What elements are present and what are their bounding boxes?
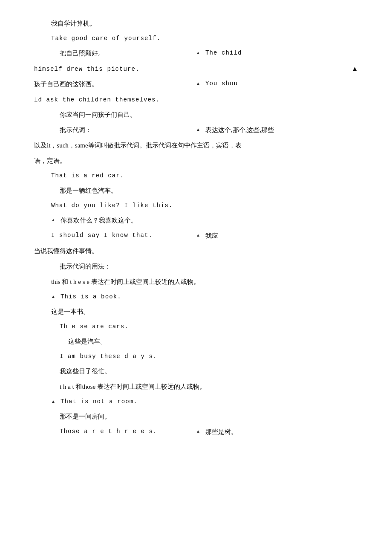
right-col: ▲ The child: [196, 47, 358, 59]
text-line: 当说我懂得这件事情。: [34, 248, 98, 254]
arrow-icon: ▲: [196, 49, 200, 57]
line-18: this 和 t h e s e 表达在时间上或空间上较近的人或物。: [34, 275, 358, 288]
line-5: 孩子自己画的这张画。 ▲ You shou: [34, 78, 358, 90]
text-line: 那不是一间房间。: [34, 410, 358, 423]
line-23: I am busy these d a y s.: [34, 350, 358, 362]
text-line: I am busy these d a y s.: [34, 350, 358, 362]
line-10: 语，定语。: [34, 154, 358, 167]
left-col: 批示代词：: [34, 124, 196, 136]
text-line: That is not a room.: [61, 396, 138, 408]
line-16: 当说我懂得这件事情。: [34, 245, 358, 257]
line-26: ▲ That is not a room.: [34, 396, 358, 408]
text-left: 把自己照顾好。: [34, 47, 196, 60]
text-line: 我这些日子很忙。: [34, 365, 358, 378]
line-28: Those a r e t h r e e s. ▲ 那些是树。: [34, 425, 358, 438]
line-24: 我这些日子很忙。: [34, 365, 358, 378]
arrow-icon-inline: ▲: [352, 62, 358, 75]
arrow-icon: ▲: [51, 292, 55, 301]
text-right: The child: [205, 47, 242, 59]
text-line: ld ask the children themselves.: [34, 96, 160, 103]
text-line: 我自学计算机。: [34, 17, 358, 30]
line-19: ▲ This is a book.: [34, 291, 358, 303]
main-content: 我自学计算机。 Take good care of yourself. 把自己照…: [34, 17, 358, 438]
arrow-icon: ▲: [51, 216, 55, 224]
line-14: ▲ 你喜欢什么？我喜欢这个。: [34, 214, 358, 227]
right-col: ▲ 表达这个,那个,这些,那些: [196, 124, 358, 136]
right-col: ▲ 我应: [196, 229, 358, 242]
text-line: 语，定语。: [34, 157, 66, 164]
line-7: 你应当问一问孩子们自己。: [34, 108, 358, 121]
line-21: Th e se are cars.: [34, 321, 358, 332]
text-right: 表达这个,那个,这些,那些: [205, 124, 274, 136]
right-col: ▲ 那些是树。: [196, 425, 358, 438]
right-col: ▲ You shou: [196, 78, 358, 90]
line-6: ld ask the children themselves.: [34, 93, 358, 106]
text-right: 我应: [205, 229, 218, 242]
line-27: 那不是一间房间。: [34, 410, 358, 423]
text-line: this 和 t h e s e 表达在时间上或空间上较近的人或物。: [34, 275, 358, 288]
arrow-icon: ▲: [51, 397, 55, 406]
text-line: What do you like? I like this.: [34, 199, 358, 211]
arrow-icon: ▲: [196, 125, 200, 134]
line-11: That is a red car.: [34, 170, 358, 182]
arrow-icon: ▲: [196, 427, 200, 436]
text-right: You shou: [205, 78, 238, 90]
line-1: 我自学计算机。: [34, 17, 358, 30]
text-line: Take good care of yourself.: [34, 32, 358, 44]
text-left: Those a r e t h r e e s.: [34, 425, 196, 437]
text-line: That is a red car.: [34, 170, 358, 182]
line-8: 批示代词： ▲ 表达这个,那个,这些,那些: [34, 124, 358, 136]
line-3: 把自己照顾好。 ▲ The child: [34, 47, 358, 60]
text-line: 那是一辆红色汽车。: [34, 184, 358, 197]
line-4: himself drew this picture. ▲: [34, 62, 358, 75]
line-2: Take good care of yourself.: [34, 32, 358, 44]
text-line: 这些是汽车。: [34, 335, 358, 348]
text-line: himself drew this picture.: [34, 66, 140, 72]
line-22: 这些是汽车。: [34, 335, 358, 348]
line-12: 那是一辆红色汽车。: [34, 184, 358, 197]
text-line: Th e se are cars.: [34, 321, 358, 332]
text-left: 孩子自己画的这张画。: [34, 81, 98, 87]
text-line: 这是一本书。: [34, 305, 358, 318]
left-col: Those a r e t h r e e s.: [34, 425, 196, 437]
left-col: I should say I know that.: [34, 229, 196, 241]
arrow-icon: ▲: [196, 79, 200, 88]
line-20: 这是一本书。: [34, 305, 358, 318]
line-17: 批示代词的用法：: [34, 260, 358, 273]
line-9: 以及it，such，same等词叫做批示代词。批示代词在句中作主语，宾语，表: [34, 139, 358, 152]
line-13: What do you like? I like this.: [34, 199, 358, 211]
left-col: 孩子自己画的这张画。: [34, 78, 196, 90]
text-line: 你应当问一问孩子们自己。: [34, 108, 358, 121]
text-line: t h a t 和those 表达在时间上或空间上较远的人或物。: [34, 380, 358, 393]
line-25: t h a t 和those 表达在时间上或空间上较远的人或物。: [34, 380, 358, 393]
text-line: 以及it，such，same等词叫做批示代词。批示代词在句中作主语，宾语，表: [34, 142, 242, 149]
text-line: 批示代词的用法：: [34, 260, 358, 273]
left-col: 把自己照顾好。: [34, 47, 196, 60]
arrow-icon: ▲: [196, 231, 200, 240]
text-left: 批示代词：: [34, 124, 196, 136]
text-right: 那些是树。: [205, 425, 237, 438]
text-line: 你喜欢什么？我喜欢这个。: [61, 214, 137, 227]
line-15: I should say I know that. ▲ 我应: [34, 229, 358, 242]
text-line: This is a book.: [61, 291, 121, 303]
text-left: I should say I know that.: [34, 229, 196, 241]
